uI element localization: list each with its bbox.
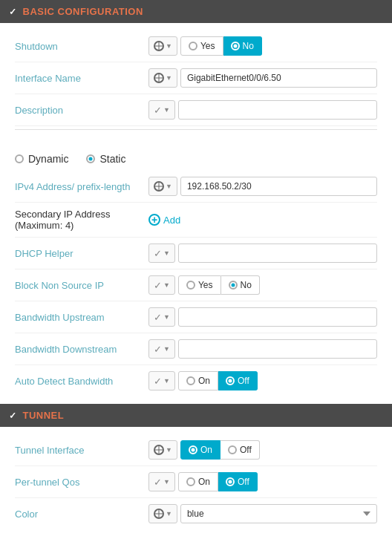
tunnel-interface-off-label: Off <box>240 445 252 455</box>
shutdown-yes-option[interactable]: Yes <box>180 36 223 56</box>
shutdown-radio-group: Yes No <box>180 36 262 56</box>
block-yes-radio <box>186 281 195 290</box>
color-control: ▼ blue gold silver bronze <box>148 504 377 523</box>
caret-icon: ▼ <box>163 377 170 385</box>
auto-detect-check-btn[interactable]: ✓ ▼ <box>148 371 175 390</box>
ipv4-control: ▼ <box>148 177 377 196</box>
block-no-option[interactable]: No <box>221 275 260 295</box>
block-no-radio <box>229 281 238 290</box>
mode-row: Dynamic Static <box>15 144 377 171</box>
interface-globe-btn[interactable]: ▼ <box>148 68 177 88</box>
block-radio-group: Yes No <box>178 275 260 295</box>
description-check-btn[interactable]: ✓ ▼ <box>148 100 175 120</box>
auto-detect-radio-group: On Off <box>178 371 258 390</box>
auto-detect-control: ✓ ▼ On Off <box>148 371 377 390</box>
static-label: Static <box>99 153 125 165</box>
shutdown-label: Shutdown <box>15 41 148 52</box>
block-non-source-label: Block Non Source IP <box>15 280 148 291</box>
basic-config-title: BASIC CONFIGURATION <box>23 6 143 17</box>
per-tunnel-qos-on-option[interactable]: On <box>178 472 218 491</box>
per-tunnel-qos-radio-group: On Off <box>178 472 258 491</box>
per-tunnel-qos-on-radio <box>186 477 195 486</box>
check-circle-icon: ✓ <box>154 376 162 387</box>
check-circle-icon: ✓ <box>154 344 162 355</box>
bandwidth-upstream-control: ✓ ▼ <box>148 307 377 327</box>
interface-name-control: ▼ <box>148 68 377 88</box>
tunnel-form: Tunnel Interface ▼ On Off Per-tunnel Qos <box>0 427 392 536</box>
bandwidth-downstream-input[interactable] <box>178 339 377 359</box>
secondary-ip-label: Secondary IP Address (Maximum: 4) <box>15 209 148 231</box>
bandwidth-upstream-input[interactable] <box>178 307 377 327</box>
description-row: Description ✓ ▼ <box>15 94 377 126</box>
static-mode-option[interactable]: Static <box>86 153 125 165</box>
ipv4-input[interactable] <box>180 177 377 196</box>
tunnel-title: TUNNEL <box>23 410 65 421</box>
bw-down-check-btn[interactable]: ✓ ▼ <box>148 339 175 359</box>
tunnel-interface-label: Tunnel Interface <box>15 445 148 456</box>
caret-icon: ▼ <box>163 345 170 353</box>
per-tunnel-qos-off-option[interactable]: Off <box>218 472 258 491</box>
auto-detect-on-option[interactable]: On <box>178 371 218 390</box>
bw-up-check-btn[interactable]: ✓ ▼ <box>148 307 175 327</box>
shutdown-yes-label: Yes <box>200 41 215 51</box>
dhcp-helper-control: ✓ ▼ <box>148 244 377 263</box>
shutdown-no-label: No <box>243 41 254 51</box>
per-tunnel-check-btn[interactable]: ✓ ▼ <box>148 472 175 491</box>
check-circle-icon: ✓ <box>154 312 162 323</box>
auto-detect-off-option[interactable]: Off <box>218 371 258 390</box>
shutdown-row: Shutdown ▼ Yes No <box>15 30 377 62</box>
per-tunnel-qos-label: Per-tunnel Qos <box>15 477 148 488</box>
interface-name-row: Interface Name ▼ <box>15 62 377 94</box>
tunnel-interface-globe-btn[interactable]: ▼ <box>148 440 177 460</box>
tunnel-interface-row: Tunnel Interface ▼ On Off <box>15 434 377 466</box>
color-row: Color ▼ blue gold silver bronze <box>15 498 377 529</box>
globe-icon <box>154 73 164 83</box>
per-tunnel-qos-control: ✓ ▼ On Off <box>148 472 377 491</box>
secondary-ip-control: + Add <box>148 214 377 226</box>
dhcp-helper-row: DHCP Helper ✓ ▼ <box>15 238 377 269</box>
caret-icon: ▼ <box>163 313 170 321</box>
color-label: Color <box>15 509 148 520</box>
caret-icon: ▼ <box>166 183 172 190</box>
shutdown-globe-btn[interactable]: ▼ <box>148 36 177 56</box>
auto-detect-label: Auto Detect Bandwidth <box>15 376 148 387</box>
interface-name-label: Interface Name <box>15 73 148 84</box>
ipv4-globe-btn[interactable]: ▼ <box>148 177 177 196</box>
bandwidth-downstream-row: Bandwidth Downstream ✓ ▼ <box>15 333 377 365</box>
check-circle-icon: ✓ <box>154 248 162 259</box>
caret-icon: ▼ <box>166 510 172 517</box>
tunnel-interface-off-option[interactable]: Off <box>220 440 260 460</box>
add-label: Add <box>163 215 180 226</box>
dhcp-helper-input[interactable] <box>178 244 377 263</box>
tunnel-header: ✓ TUNNEL <box>0 404 392 427</box>
static-radio <box>86 154 95 163</box>
dhcp-check-btn[interactable]: ✓ ▼ <box>148 244 175 263</box>
tunnel-interface-on-option[interactable]: On <box>180 440 220 460</box>
block-check-btn[interactable]: ✓ ▼ <box>148 275 175 295</box>
check-circle-icon: ✓ <box>154 477 162 488</box>
description-label: Description <box>15 105 148 116</box>
auto-detect-off-label: Off <box>238 376 249 386</box>
per-tunnel-qos-off-radio <box>226 477 235 486</box>
block-non-source-control: ✓ ▼ Yes No <box>148 275 377 295</box>
bandwidth-downstream-control: ✓ ▼ <box>148 339 377 359</box>
secondary-ip-row: Secondary IP Address (Maximum: 4) + Add <box>15 203 377 238</box>
color-select[interactable]: blue gold silver bronze <box>180 504 377 523</box>
interface-name-input[interactable] <box>180 68 377 88</box>
shutdown-no-option[interactable]: No <box>223 36 262 56</box>
caret-icon: ▼ <box>166 42 172 50</box>
ipv4-row: IPv4 Address/ prefix-length ▼ <box>15 171 377 203</box>
color-globe-btn[interactable]: ▼ <box>148 504 177 523</box>
block-yes-option[interactable]: Yes <box>178 275 221 295</box>
tunnel-interface-on-label: On <box>200 445 212 455</box>
tunnel-interface-radio-group: On Off <box>180 440 260 460</box>
add-secondary-ip-btn[interactable]: + Add <box>148 214 180 226</box>
dynamic-mode-option[interactable]: Dynamic <box>15 153 68 165</box>
check-circle-icon: ✓ <box>154 280 162 291</box>
divider-1 <box>15 129 377 130</box>
per-tunnel-qos-on-label: On <box>198 477 210 487</box>
caret-icon: ▼ <box>163 281 170 289</box>
bandwidth-upstream-label: Bandwidth Upstream <box>15 312 148 323</box>
tunnel-interface-control: ▼ On Off <box>148 440 377 460</box>
description-input[interactable] <box>178 100 377 120</box>
